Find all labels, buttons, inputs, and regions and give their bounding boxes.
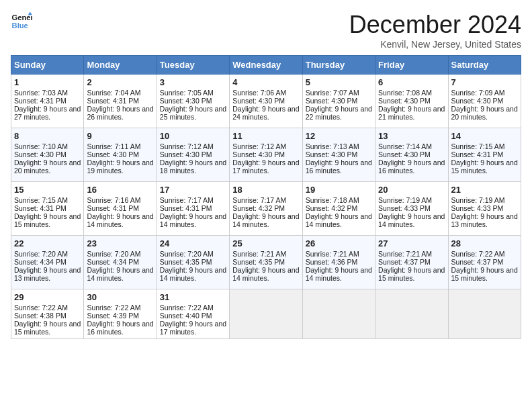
weekday-header: Wednesday <box>230 56 302 75</box>
calendar-cell: 29 Sunrise: 7:22 AM Sunset: 4:38 PM Dayl… <box>11 289 84 339</box>
day-number: 30 <box>87 292 153 302</box>
daylight-label: Daylight: 9 hours and 14 minutes. <box>232 212 299 228</box>
daylight-label: Daylight: 9 hours and 25 minutes. <box>160 105 226 121</box>
sunset-label: Sunset: 4:31 PM <box>160 204 212 212</box>
daylight-label: Daylight: 9 hours and 13 minutes. <box>14 266 81 282</box>
day-number: 7 <box>451 77 518 87</box>
sunset-label: Sunset: 4:30 PM <box>378 150 431 158</box>
daylight-label: Daylight: 9 hours and 16 minutes. <box>306 158 372 175</box>
day-number: 5 <box>306 77 372 87</box>
weekday-header: Monday <box>84 56 157 75</box>
day-number: 13 <box>378 131 445 141</box>
calendar-cell: 25 Sunrise: 7:21 AM Sunset: 4:35 PM Dayl… <box>230 236 302 289</box>
day-number: 28 <box>451 238 518 248</box>
calendar-cell: 21 Sunrise: 7:19 AM Sunset: 4:33 PM Dayl… <box>448 182 521 236</box>
day-number: 1 <box>14 77 81 87</box>
logo: General Blue <box>11 11 32 32</box>
calendar-week-row: 1 Sunrise: 7:03 AM Sunset: 4:31 PM Dayli… <box>11 75 521 128</box>
sunrise-label: Sunrise: 7:19 AM <box>451 196 505 204</box>
sunset-label: Sunset: 4:30 PM <box>14 150 66 158</box>
daylight-label: Daylight: 9 hours and 19 minutes. <box>87 158 153 175</box>
sunrise-label: Sunrise: 7:16 AM <box>87 196 140 204</box>
day-number: 12 <box>306 131 372 141</box>
calendar-cell: 12 Sunrise: 7:13 AM Sunset: 4:30 PM Dayl… <box>302 128 375 182</box>
sunrise-label: Sunrise: 7:13 AM <box>306 142 359 150</box>
calendar-cell <box>302 289 375 339</box>
page-header: General Blue December 2024 Kenvil, New J… <box>11 11 521 50</box>
weekday-header: Thursday <box>302 56 375 75</box>
sunset-label: Sunset: 4:35 PM <box>232 258 285 266</box>
calendar-cell: 31 Sunrise: 7:22 AM Sunset: 4:40 PM Dayl… <box>157 289 229 339</box>
sunset-label: Sunset: 4:30 PM <box>232 150 285 158</box>
daylight-label: Daylight: 9 hours and 26 minutes. <box>87 105 153 121</box>
day-number: 25 <box>232 238 299 248</box>
daylight-label: Daylight: 9 hours and 14 minutes. <box>306 212 372 228</box>
calendar-cell: 27 Sunrise: 7:21 AM Sunset: 4:37 PM Dayl… <box>375 236 448 289</box>
calendar-cell: 9 Sunrise: 7:11 AM Sunset: 4:30 PM Dayli… <box>84 128 157 182</box>
sunset-label: Sunset: 4:31 PM <box>14 97 66 105</box>
sunset-label: Sunset: 4:31 PM <box>451 150 504 158</box>
daylight-label: Daylight: 9 hours and 15 minutes. <box>451 158 518 175</box>
sunrise-label: Sunrise: 7:15 AM <box>14 196 68 204</box>
day-number: 6 <box>378 77 445 87</box>
calendar-cell: 13 Sunrise: 7:14 AM Sunset: 4:30 PM Dayl… <box>375 128 448 182</box>
sunrise-label: Sunrise: 7:05 AM <box>160 89 214 97</box>
svg-text:Blue: Blue <box>12 21 28 30</box>
sunrise-label: Sunrise: 7:12 AM <box>232 142 286 150</box>
daylight-label: Daylight: 9 hours and 17 minutes. <box>232 158 299 175</box>
sunset-label: Sunset: 4:33 PM <box>378 204 431 212</box>
day-number: 15 <box>14 185 81 195</box>
weekday-header: Tuesday <box>157 56 229 75</box>
sunset-label: Sunset: 4:32 PM <box>232 204 285 212</box>
calendar-cell: 4 Sunrise: 7:06 AM Sunset: 4:30 PM Dayli… <box>230 75 302 128</box>
day-number: 10 <box>160 131 226 141</box>
sunset-label: Sunset: 4:30 PM <box>378 97 431 105</box>
sunrise-label: Sunrise: 7:18 AM <box>306 196 359 204</box>
calendar-cell: 14 Sunrise: 7:15 AM Sunset: 4:31 PM Dayl… <box>448 128 521 182</box>
calendar-week-row: 15 Sunrise: 7:15 AM Sunset: 4:31 PM Dayl… <box>11 182 521 236</box>
sunrise-label: Sunrise: 7:03 AM <box>14 89 68 97</box>
calendar-cell <box>230 289 302 339</box>
day-number: 9 <box>87 131 153 141</box>
sunrise-label: Sunrise: 7:08 AM <box>378 89 432 97</box>
title-block: December 2024 Kenvil, New Jersey, United… <box>349 11 521 50</box>
calendar-cell: 30 Sunrise: 7:22 AM Sunset: 4:39 PM Dayl… <box>84 289 157 339</box>
sunrise-label: Sunrise: 7:09 AM <box>451 89 505 97</box>
weekday-header: Friday <box>375 56 448 75</box>
sunrise-label: Sunrise: 7:22 AM <box>160 304 214 312</box>
sunset-label: Sunset: 4:30 PM <box>160 97 212 105</box>
sunrise-label: Sunrise: 7:04 AM <box>87 89 140 97</box>
day-number: 2 <box>87 77 153 87</box>
sunrise-label: Sunrise: 7:17 AM <box>160 196 214 204</box>
day-number: 18 <box>232 185 299 195</box>
day-number: 14 <box>451 131 518 141</box>
calendar-cell: 16 Sunrise: 7:16 AM Sunset: 4:31 PM Dayl… <box>84 182 157 236</box>
calendar-cell: 17 Sunrise: 7:17 AM Sunset: 4:31 PM Dayl… <box>157 182 229 236</box>
day-number: 20 <box>378 185 445 195</box>
calendar-cell: 24 Sunrise: 7:20 AM Sunset: 4:35 PM Dayl… <box>157 236 229 289</box>
sunset-label: Sunset: 4:31 PM <box>87 204 139 212</box>
day-number: 8 <box>14 131 81 141</box>
sunset-label: Sunset: 4:38 PM <box>14 312 66 320</box>
daylight-label: Daylight: 9 hours and 22 minutes. <box>306 105 372 121</box>
calendar-cell: 8 Sunrise: 7:10 AM Sunset: 4:30 PM Dayli… <box>11 128 84 182</box>
daylight-label: Daylight: 9 hours and 15 minutes. <box>378 266 445 282</box>
daylight-label: Daylight: 9 hours and 15 minutes. <box>14 212 81 228</box>
sunrise-label: Sunrise: 7:22 AM <box>451 250 505 258</box>
sunrise-label: Sunrise: 7:21 AM <box>232 250 286 258</box>
sunrise-label: Sunrise: 7:19 AM <box>378 196 432 204</box>
day-number: 3 <box>160 77 226 87</box>
sunrise-label: Sunrise: 7:20 AM <box>14 250 68 258</box>
daylight-label: Daylight: 9 hours and 16 minutes. <box>378 158 445 175</box>
day-number: 27 <box>378 238 445 248</box>
daylight-label: Daylight: 9 hours and 14 minutes. <box>160 266 226 282</box>
sunrise-label: Sunrise: 7:21 AM <box>306 250 359 258</box>
calendar-cell: 22 Sunrise: 7:20 AM Sunset: 4:34 PM Dayl… <box>11 236 84 289</box>
day-number: 17 <box>160 185 226 195</box>
daylight-label: Daylight: 9 hours and 20 minutes. <box>451 105 518 121</box>
sunset-label: Sunset: 4:37 PM <box>451 258 504 266</box>
sunset-label: Sunset: 4:33 PM <box>451 204 504 212</box>
sunset-label: Sunset: 4:30 PM <box>451 97 504 105</box>
calendar-cell: 26 Sunrise: 7:21 AM Sunset: 4:36 PM Dayl… <box>302 236 375 289</box>
calendar-cell <box>375 289 448 339</box>
